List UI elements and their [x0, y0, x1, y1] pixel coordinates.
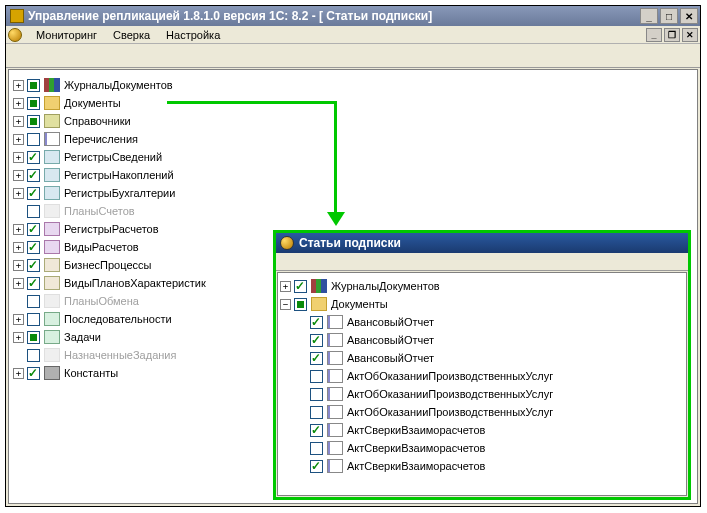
doc-icon	[327, 333, 343, 347]
expander-icon[interactable]: +	[13, 98, 24, 109]
checkbox[interactable]	[27, 367, 40, 380]
expander-icon[interactable]: +	[13, 152, 24, 163]
mdi-app-icon	[8, 28, 22, 42]
expander-spacer	[13, 296, 24, 307]
checkbox[interactable]	[27, 115, 40, 128]
menu-bar: Мониторинг Сверка Настройка _ ❐ ✕	[6, 26, 700, 44]
tree-node[interactable]: АктСверкиВзаиморасчетов	[280, 457, 684, 475]
expander-icon[interactable]: +	[13, 278, 24, 289]
tree-node[interactable]: +Документы	[13, 94, 693, 112]
mdi-minimize-button[interactable]: _	[646, 28, 662, 42]
disabled-icon	[44, 348, 60, 362]
checkbox[interactable]	[310, 352, 323, 365]
const-icon	[44, 366, 60, 380]
checkbox[interactable]	[27, 331, 40, 344]
window-title: Управление репликацией 1.8.1.0 версия 1С…	[28, 9, 640, 23]
tree-node[interactable]: АвансовыйОтчет	[280, 331, 684, 349]
node-label: Задачи	[64, 331, 101, 343]
node-label: РегистрыНакоплений	[64, 169, 174, 181]
checkbox[interactable]	[294, 280, 307, 293]
expander-icon[interactable]: +	[13, 188, 24, 199]
expander-icon[interactable]: +	[13, 224, 24, 235]
expander-icon[interactable]: +	[13, 242, 24, 253]
titlebar[interactable]: Управление репликацией 1.8.1.0 версия 1С…	[6, 6, 700, 26]
checkbox[interactable]	[27, 295, 40, 308]
minimize-button[interactable]: _	[640, 8, 658, 24]
checkbox[interactable]	[27, 223, 40, 236]
ref-icon	[44, 114, 60, 128]
expander-spacer	[296, 461, 307, 472]
expander-icon[interactable]: +	[280, 281, 291, 292]
tree-node[interactable]: АктОбОказанииПроизводственныхУслуг	[280, 367, 684, 385]
checkbox[interactable]	[27, 349, 40, 362]
tree-node[interactable]: +РегистрыСведений	[13, 148, 693, 166]
checkbox[interactable]	[27, 205, 40, 218]
checkbox[interactable]	[27, 151, 40, 164]
tree-node[interactable]: АктОбОказанииПроизводственныхУслуг	[280, 403, 684, 421]
checkbox[interactable]	[310, 316, 323, 329]
checkbox[interactable]	[27, 97, 40, 110]
menu-sverka[interactable]: Сверка	[105, 28, 158, 42]
checkbox[interactable]	[310, 460, 323, 473]
task-icon	[44, 330, 60, 344]
node-label: АктОбОказанииПроизводственныхУслуг	[347, 388, 553, 400]
tree-node[interactable]: +РегистрыНакоплений	[13, 166, 693, 184]
content-area: +ЖурналыДокументов+Документы+Справочники…	[8, 69, 698, 504]
checkbox[interactable]	[27, 313, 40, 326]
checkbox[interactable]	[27, 277, 40, 290]
doc-icon	[327, 423, 343, 437]
close-button[interactable]: ✕	[680, 8, 698, 24]
tree-node[interactable]: +Перечисления	[13, 130, 693, 148]
tree-node[interactable]: АвансовыйОтчет	[280, 349, 684, 367]
node-label: АктСверкиВзаиморасчетов	[347, 424, 485, 436]
expander-icon[interactable]: +	[13, 260, 24, 271]
checkbox[interactable]	[27, 133, 40, 146]
expander-icon[interactable]: +	[13, 368, 24, 379]
checkbox[interactable]	[310, 406, 323, 419]
mdi-restore-button[interactable]: ❐	[664, 28, 680, 42]
mdi-close-button[interactable]: ✕	[682, 28, 698, 42]
tree-node[interactable]: +ЖурналыДокументов	[13, 76, 693, 94]
checkbox[interactable]	[310, 442, 323, 455]
node-label: ПланыОбмена	[64, 295, 139, 307]
disabled-icon	[44, 294, 60, 308]
menu-monitoring[interactable]: Мониторинг	[28, 28, 105, 42]
expander-icon[interactable]: +	[13, 116, 24, 127]
expander-icon[interactable]: +	[13, 170, 24, 181]
tree-node[interactable]: +ЖурналыДокументов	[280, 277, 684, 295]
node-label: НазначенныеЗадания	[64, 349, 176, 361]
tree-node[interactable]: АктОбОказанииПроизводственныхУслуг	[280, 385, 684, 403]
checkbox[interactable]	[310, 424, 323, 437]
reg-icon	[44, 168, 60, 182]
main-window: Управление репликацией 1.8.1.0 версия 1С…	[5, 5, 701, 507]
checkbox[interactable]	[310, 370, 323, 383]
checkbox[interactable]	[27, 169, 40, 182]
checkbox[interactable]	[27, 187, 40, 200]
expander-icon[interactable]: +	[13, 134, 24, 145]
checkbox[interactable]	[310, 334, 323, 347]
maximize-button[interactable]: □	[660, 8, 678, 24]
tree-node[interactable]: АктСверкиВзаиморасчетов	[280, 439, 684, 457]
expander-icon[interactable]: −	[280, 299, 291, 310]
tree-node[interactable]: АктСверкиВзаиморасчетов	[280, 421, 684, 439]
tree-node[interactable]: +Справочники	[13, 112, 693, 130]
expander-spacer	[296, 335, 307, 346]
checkbox[interactable]	[27, 79, 40, 92]
expander-icon[interactable]: +	[13, 80, 24, 91]
node-label: Константы	[64, 367, 118, 379]
checkbox[interactable]	[27, 259, 40, 272]
tree-node[interactable]: +РегистрыБухгалтерии	[13, 184, 693, 202]
tree-node[interactable]: −Документы	[280, 295, 684, 313]
node-label: БизнесПроцессы	[64, 259, 151, 271]
checkbox[interactable]	[294, 298, 307, 311]
menu-nastroika[interactable]: Настройка	[158, 28, 228, 42]
tree-node[interactable]: ПланыСчетов	[13, 202, 693, 220]
expander-spacer	[296, 371, 307, 382]
tree-node[interactable]: АвансовыйОтчет	[280, 313, 684, 331]
expander-icon[interactable]: +	[13, 314, 24, 325]
checkbox[interactable]	[27, 241, 40, 254]
expander-icon[interactable]: +	[13, 332, 24, 343]
checkbox[interactable]	[310, 388, 323, 401]
popup-tree[interactable]: +ЖурналыДокументов−ДокументыАвансовыйОтч…	[277, 272, 687, 496]
popup-titlebar[interactable]: Статьи подписки	[276, 233, 688, 253]
